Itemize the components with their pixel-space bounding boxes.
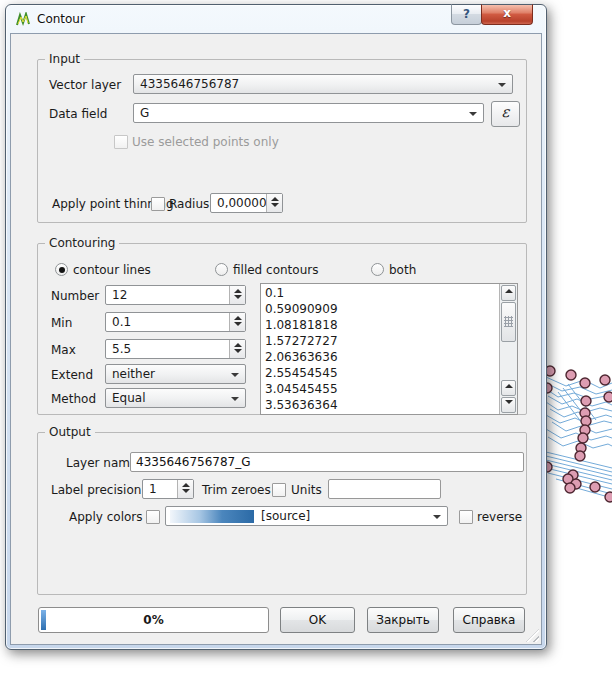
layer-name-label: Layer name [66,456,137,470]
contouring-group-label: Contouring [45,236,119,250]
method-label: Method [51,392,96,406]
level-item[interactable]: 1.08181818 [261,317,500,333]
data-field-combobox[interactable]: G [133,103,484,123]
filled-contours-label: filled contours [233,263,318,277]
number-value: 12 [112,288,127,303]
title-bar[interactable]: Contour ? x [6,5,546,33]
data-field-label: Data field [49,107,107,121]
extend-value: neither [112,367,155,382]
reverse-label: reverse [477,510,522,524]
reverse-checkbox[interactable] [459,510,473,524]
contouring-group: Contouring contour lines filled contours… [37,243,527,415]
radius-spinbox[interactable]: 0,000002 [210,193,283,213]
spin-arrows-icon[interactable] [229,286,245,304]
min-label: Min [51,316,72,330]
max-spinbox[interactable]: 5.5 [105,339,246,359]
units-label: Units [291,483,322,497]
color-ramp-value: [source] [261,509,310,524]
use-selected-checkbox[interactable] [114,135,128,149]
spin-arrows-icon[interactable] [266,194,282,212]
extend-combobox[interactable]: neither [105,364,246,384]
min-value: 0.1 [112,315,131,330]
radius-label: Radius [169,197,209,211]
color-ramp-swatch [170,510,254,523]
level-item[interactable]: 0.1 [261,285,500,301]
level-item[interactable]: 1.57272727 [261,333,500,349]
help-button[interactable]: Справка [453,607,525,633]
map-point [600,375,610,385]
contour-line [546,460,612,476]
thumb-grip-icon [504,316,513,327]
output-group: Output Layer name Label precision 1 Trim… [37,432,527,595]
vector-layer-value: 4335646756787 [140,77,239,92]
close-button[interactable]: Закрыть [367,607,439,633]
level-item[interactable]: 0.59090909 [261,301,500,317]
scroll-down-icon[interactable] [501,397,516,413]
number-spinbox[interactable]: 12 [105,285,246,305]
filled-contours-radio[interactable] [215,263,228,276]
trim-zeroes-label: Trim zeroes [202,483,271,497]
both-label: both [389,263,416,277]
data-field-value: G [140,106,149,121]
chevron-down-icon [231,373,239,377]
units-input[interactable] [328,479,441,499]
chevron-down-icon [498,83,506,87]
contour-lines-label: contour lines [73,263,151,277]
spin-arrows-icon[interactable] [229,313,245,331]
contour-dialog: Contour ? x Input Vector layer 433564675… [5,4,547,650]
ok-button[interactable]: OK [280,607,355,633]
contour-line [546,464,612,480]
map-point [565,483,575,493]
max-label: Max [51,343,76,357]
vector-layer-combobox[interactable]: 4335646756787 [133,74,513,94]
extend-label: Extend [51,368,93,382]
input-group-label: Input [45,52,84,66]
dialog-client-area: Input Vector layer 4335646756787 Data fi… [10,33,542,645]
layer-name-input[interactable] [130,452,524,472]
spin-arrows-icon[interactable] [229,340,245,358]
scroll-thumb[interactable] [501,302,516,342]
close-icon[interactable]: x [481,4,533,25]
apply-colors-label: Apply colors [69,510,143,524]
levels-list: 0.10.590909091.081818181.572727272.06363… [261,285,500,413]
apply-point-thinning-checkbox[interactable] [151,197,165,211]
map-point [580,378,590,388]
input-group: Input Vector layer 4335646756787 Data fi… [37,59,527,223]
progress-bar: 0% [38,607,269,633]
map-point [590,482,600,492]
contour-lines-radio[interactable] [55,263,68,276]
map-point [581,396,591,406]
chevron-down-icon [469,112,477,116]
resize-grip[interactable] [526,629,539,642]
progress-value: 0% [39,608,268,632]
level-item[interactable]: 3.53636364 [261,397,500,413]
both-radio[interactable] [371,263,384,276]
max-value: 5.5 [112,342,131,357]
levels-scrollbar[interactable] [499,284,517,414]
color-ramp-combobox[interactable]: [source] [165,506,448,526]
chevron-down-icon [433,515,441,519]
spin-arrows-icon[interactable] [177,480,193,498]
map-point [605,492,612,502]
qgis-map-canvas-background: { "window": { "title": "Contour", "help_… [0,0,612,681]
use-selected-label: Use selected points only [132,135,279,149]
apply-colors-checkbox[interactable] [146,510,160,524]
level-item[interactable]: 3.04545455 [261,381,500,397]
expression-epsilon-button[interactable]: ε [491,101,520,127]
method-combobox[interactable]: Equal [105,388,246,408]
scroll-up-icon[interactable] [501,285,516,301]
map-point [566,370,576,380]
help-titlebar-button[interactable]: ? [451,4,482,25]
trim-zeroes-checkbox[interactable] [272,483,286,497]
level-item[interactable]: 2.06363636 [261,349,500,365]
level-item[interactable]: 2.55454545 [261,365,500,381]
map-point [575,451,585,461]
min-spinbox[interactable]: 0.1 [105,312,246,332]
window-title: Contour [37,12,85,26]
chevron-down-icon [231,397,239,401]
app-icon [15,12,31,28]
scroll-up2-icon[interactable] [501,380,516,396]
number-label: Number [51,289,99,303]
levels-listbox[interactable]: 0.10.590909091.081818181.572727272.06363… [260,283,518,415]
label-precision-spinbox[interactable]: 1 [142,479,194,499]
